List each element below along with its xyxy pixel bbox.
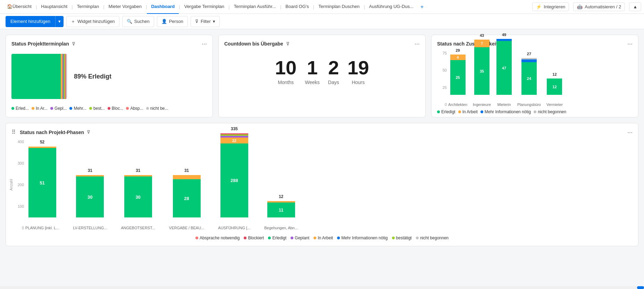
- collapse-button[interactable]: ▲: [629, 2, 641, 11]
- add-widget-button[interactable]: ＋ Widget hinzufügen: [66, 16, 119, 27]
- nav-actions: ⚡ Integrieren 🤖 Automatisieren / 2 ▲: [532, 2, 641, 11]
- segment-erledigt: [11, 54, 61, 99]
- automate-button[interactable]: 🤖 Automatisieren / 2: [573, 2, 625, 11]
- person-icon: 👤: [161, 19, 167, 24]
- z-legend-erledigt: Erledigt: [437, 109, 455, 114]
- widget-filter-icon-status[interactable]: ⊽: [72, 41, 75, 47]
- nav-item-board-ogs[interactable]: Board OG's: [281, 0, 313, 14]
- zustaendigkeiten-chart-container: 75 50 25 0 29 25 4 Architekten: [437, 51, 633, 107]
- phasen-xlabel-vergabe: VERGABE / BEAU...: [169, 226, 204, 230]
- phasen-seg-ang-erledigt: 30: [124, 176, 152, 217]
- nav-item-hauptansicht[interactable]: Hauptansicht: [37, 0, 72, 14]
- legend-mehr: Mehr...: [69, 106, 86, 111]
- widget-header-zustaendigkeiten: Status nach Zuständigkeiten ⊽ ···: [437, 41, 633, 47]
- legend-absp: Absp...: [126, 106, 143, 111]
- phasen-group-lv: 31 30 LV-ERSTELLUNG...: [73, 175, 107, 230]
- phasen-group-vergabe: 31 28 VERGABE / BEAU...: [169, 175, 204, 230]
- p-legend-geplant: Geplant: [291, 236, 309, 240]
- phasen-bar-angebot: 31 30: [124, 175, 152, 217]
- add-element-dropdown[interactable]: ▾: [56, 16, 64, 27]
- filter-dropdown-icon: ▾: [213, 19, 215, 24]
- widget-phasen: ⠿ Status nach Projekt-Phasen ⊽ ··· 400 3…: [6, 123, 638, 246]
- widget-filter-icon-phasen[interactable]: ⊽: [87, 130, 90, 135]
- p-legend-erledigt: Erledigt: [268, 236, 286, 240]
- phasen-xlabel-ausfuehrung: AUSFÜHRUNG [...: [218, 226, 250, 230]
- widget-title-phasen: ⠿ Status nach Projekt-Phasen ⊽: [11, 129, 90, 135]
- z-total-planungsbuero: 27: [527, 52, 531, 56]
- z-seg-arch-erledigt: 25: [450, 60, 466, 95]
- integrate-button[interactable]: ⚡ Integrieren: [532, 2, 569, 11]
- status-bar: [11, 54, 67, 99]
- widget-menu-countdown[interactable]: ···: [415, 41, 420, 47]
- search-button[interactable]: 🔍 Suchen: [122, 16, 154, 27]
- toolbar: Element hinzufügen ▾ ＋ Widget hinzufügen…: [0, 14, 644, 29]
- top-navigation: 🏠 Übersicht | Hauptansicht | Terminplan …: [0, 0, 644, 14]
- widget-zustaendigkeiten: Status nach Zuständigkeiten ⊽ ··· 75 50 …: [431, 35, 638, 117]
- phasen-seg-lv-erledigt: 30: [76, 176, 104, 217]
- p-legend-nicht: nicht begonnen: [416, 236, 449, 240]
- z-bar-ingenieure: 43 35 7: [474, 40, 490, 95]
- z-seg-plan-mehr: [521, 59, 537, 62]
- widget-menu-zustaendigkeiten[interactable]: ···: [627, 41, 633, 47]
- z-y-axis: 75 50 25 0: [437, 51, 447, 107]
- z-bar-mieterin: 49 47: [496, 39, 512, 95]
- z-seg-ing-inarbeit: 7: [474, 40, 490, 47]
- nav-item-terminplan-duschen[interactable]: Terminplan Duschen: [314, 0, 364, 14]
- phasen-xlabel-lv: LV-ERSTELLUNG...: [73, 226, 107, 230]
- phasen-group-planung: 52 51 PLANUNG [inkl. L...: [25, 147, 59, 230]
- widget-title-countdown: Countdown bis Übergabe ⊽: [224, 41, 290, 47]
- phasen-group-angebot: 31 30 ANGEBOTSERST...: [121, 175, 155, 230]
- segment-nicht: [66, 54, 67, 99]
- widget-header-phasen: ⠿ Status nach Projekt-Phasen ⊽ ···: [11, 129, 633, 135]
- phasen-seg-beg-erledigt: 11: [267, 203, 295, 217]
- phasen-xlabel-planung: PLANUNG [inkl. L...: [25, 226, 59, 230]
- countdown-display: 10 Months 1 Weeks 2 Days 19 Hours: [224, 51, 420, 92]
- nav-item-uebersicht[interactable]: 🏠 Übersicht: [3, 0, 36, 14]
- pie-percent-label: 89% Erledigt: [74, 73, 111, 80]
- z-group-architekten: 29 25 4 Architekten: [448, 55, 467, 107]
- phasen-chart-container: 400 300 200 100 0 Anzahl 52 51 PLANUNG […: [11, 140, 633, 230]
- nav-item-mieter[interactable]: Mieter Vorgaben: [104, 0, 146, 14]
- phasen-seg-aus-inarbeit: 22: [220, 138, 248, 143]
- p-legend-mehr: Mehr Informationen nötig: [337, 236, 387, 240]
- nav-item-vergabe[interactable]: Vergabe Terminplan: [180, 0, 228, 14]
- z-bar-architekten: 29 25 4: [450, 55, 466, 95]
- add-tab-button[interactable]: +: [418, 4, 426, 10]
- phasen-bar-planung: 52 51: [28, 147, 56, 217]
- nav-item-dashboard[interactable]: Dashboard: [147, 0, 179, 14]
- z-bar-area: 29 25 4 Architekten 43 35 7 Ingeni: [448, 51, 633, 107]
- phasen-bar-area: 52 51 PLANUNG [inkl. L... 31 30 LV-ERSTE…: [25, 140, 633, 230]
- add-element-button[interactable]: Element hinzufügen ▾: [6, 16, 64, 27]
- z-xlabel-planungsbuero: Planungsbüro: [517, 102, 541, 107]
- filter-button[interactable]: ⊽ Filter ▾: [191, 16, 220, 27]
- add-element-label[interactable]: Element hinzufügen: [6, 16, 56, 27]
- legend-geplant: Gepl...: [50, 106, 67, 111]
- widgets-row-top: Status Projektterminplan ⊽ ···: [6, 35, 638, 117]
- widget-menu-status[interactable]: ···: [202, 41, 207, 47]
- z-legend-nicht: nicht begonnen: [534, 109, 566, 114]
- z-seg-arch-inarbeit: 4: [450, 55, 466, 60]
- z-seg-verm-erledigt: 12: [547, 79, 562, 95]
- p-legend-absprache: Absprache notwendig: [195, 236, 240, 240]
- countdown-days: 2 Days: [328, 58, 339, 85]
- nav-item-terminplan-ausfuehr[interactable]: Terminplan Ausführ...: [229, 0, 280, 14]
- phasen-xlabel-begehungen: Begehungen, Abn...: [264, 226, 298, 230]
- phasen-seg-verg-erledigt: 28: [173, 179, 201, 217]
- widget-menu-phasen[interactable]: ···: [627, 129, 633, 135]
- person-button[interactable]: 👤 Person: [157, 16, 188, 27]
- phasen-total-ausfuehrung: 335: [231, 126, 238, 131]
- phasen-total-begehungen: 12: [279, 194, 283, 199]
- search-icon: 🔍: [127, 19, 132, 24]
- integrate-icon: ⚡: [536, 4, 542, 9]
- phasen-legend: Absprache notwendig Blockiert Erledigt G…: [11, 236, 633, 240]
- filter-icon: ⊽: [195, 19, 199, 24]
- legend-bloc: Bloc...: [108, 106, 123, 111]
- nav-item-terminplan[interactable]: Terminplan: [73, 0, 103, 14]
- pie-chart: [11, 54, 67, 99]
- drag-handle-phasen[interactable]: ⠿: [11, 129, 16, 135]
- z-legend-mehr: Mehr Informationen nötig: [480, 109, 531, 114]
- nav-item-ausfuehrung-ug[interactable]: Ausführung UG-Dus...: [365, 0, 418, 14]
- widget-filter-icon-countdown[interactable]: ⊽: [286, 41, 290, 47]
- z-total-vermieter: 12: [552, 72, 557, 76]
- phasen-bar-begehungen: 12 11: [267, 201, 295, 217]
